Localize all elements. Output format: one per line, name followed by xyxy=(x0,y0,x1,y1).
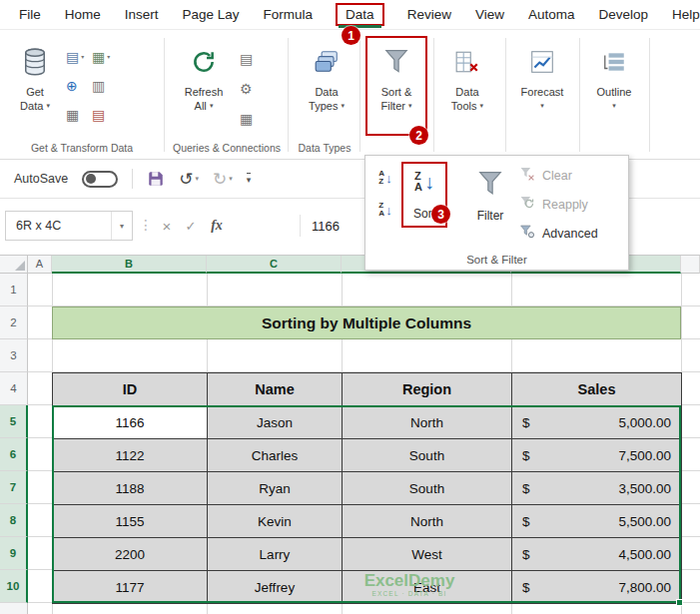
cell-e6[interactable]: $ 7,500.00 xyxy=(512,439,682,472)
ribbon-mini-button-9[interactable]: ▦ xyxy=(240,104,253,134)
outline-icon xyxy=(601,43,627,81)
cell-d6[interactable]: South xyxy=(343,439,512,472)
row-header-9[interactable]: 9 xyxy=(0,537,28,570)
ribbon-mini-button-1[interactable]: ▤▾ xyxy=(66,42,92,71)
column-header-a[interactable]: A xyxy=(28,256,52,274)
row-header-5[interactable]: 5 xyxy=(0,405,28,438)
ribbon-mini-button-5[interactable]: ▦ xyxy=(66,100,92,129)
sort-za-icon[interactable]: ZA ↓ xyxy=(371,197,399,223)
ribbon-mini-button-7[interactable]: ▤ xyxy=(240,44,253,74)
save-button[interactable] xyxy=(147,170,165,188)
ribbon-mini-button-6[interactable]: ▤ xyxy=(92,100,118,129)
fx-icon[interactable]: fx xyxy=(206,211,228,241)
enter-icon[interactable]: ✓ xyxy=(180,211,202,241)
refresh-all-button[interactable]: Refresh All ▾ xyxy=(176,38,232,140)
cell-d7[interactable]: South xyxy=(343,472,512,505)
currency-symbol: $ xyxy=(522,481,530,496)
column-header-c[interactable]: C xyxy=(207,256,342,274)
cell-c5[interactable]: Jason xyxy=(208,406,343,439)
cell-b6[interactable]: 1122 xyxy=(53,439,208,472)
cell-e10[interactable]: $ 7,800.00 xyxy=(512,571,682,604)
row-header-8[interactable]: 8 xyxy=(0,504,28,537)
row-header-3[interactable]: 3 xyxy=(0,339,28,372)
cell-c9[interactable]: Larry xyxy=(208,538,343,571)
undo-button[interactable]: ↺▾ xyxy=(179,169,199,190)
row-header-2[interactable]: 2 xyxy=(0,307,28,339)
column-header-b[interactable]: B xyxy=(52,256,207,274)
menu-data[interactable]: Data xyxy=(336,3,384,26)
menu-insert[interactable]: Insert xyxy=(124,4,160,25)
ribbon-mini-button-2[interactable]: ▦▾ xyxy=(92,42,118,71)
menu-view[interactable]: View xyxy=(474,4,505,25)
cell-b9[interactable]: 2200 xyxy=(53,538,208,571)
ribbon-divider xyxy=(579,38,580,152)
name-box-dropdown-icon[interactable]: ▾ xyxy=(111,212,132,240)
menu-developer[interactable]: Develop xyxy=(597,4,649,25)
menu-home[interactable]: Home xyxy=(64,4,102,25)
cell-d8[interactable]: North xyxy=(343,505,512,538)
get-data-button[interactable]: Get Data ▾ xyxy=(8,38,62,140)
row-header-7[interactable]: 7 xyxy=(0,471,28,504)
sort-az-icon[interactable]: AZ ↓ xyxy=(371,165,399,191)
cell-b8[interactable]: 1155 xyxy=(53,505,208,538)
name-box[interactable]: 6R x 4C ▾ xyxy=(5,211,133,241)
row-header-11[interactable] xyxy=(0,603,28,614)
column-header-f[interactable] xyxy=(681,256,700,274)
row-header-10[interactable]: 10 xyxy=(0,570,28,603)
table-header-region[interactable]: Region xyxy=(343,373,512,406)
cell-b7[interactable]: 1188 xyxy=(53,472,208,505)
data-types-button[interactable]: Data Types ▾ xyxy=(298,38,355,140)
cell-e9[interactable]: $ 4,500.00 xyxy=(512,538,682,571)
menu-file[interactable]: File xyxy=(18,4,42,25)
sort-filter-button[interactable]: Sort & Filter ▾ xyxy=(365,36,427,136)
advanced-menu-item[interactable]: Advanced xyxy=(517,219,625,248)
filter-button[interactable]: Filter xyxy=(467,162,513,228)
cell-c6[interactable]: Charles xyxy=(208,439,343,472)
cell-c10[interactable]: Jeffrey xyxy=(208,571,343,604)
data-tools-button[interactable]: Data Tools ▾ xyxy=(437,38,497,140)
cell-b5-active[interactable]: 1166 xyxy=(53,406,208,439)
sheet-title-cell[interactable]: Sorting by Multiple Columns xyxy=(52,307,681,339)
reapply-menu-item[interactable]: Reapply xyxy=(517,190,625,219)
menu-help[interactable]: Help xyxy=(671,4,700,25)
menu-data-label: Data xyxy=(346,7,374,22)
menu-formulas[interactable]: Formula xyxy=(263,4,315,25)
group-label-data-types: Data Types xyxy=(290,142,359,154)
clear-menu-item[interactable]: Clear xyxy=(517,161,625,190)
table-header-id[interactable]: ID xyxy=(53,373,208,406)
customize-qat-button[interactable]: ▾ xyxy=(247,173,252,185)
ribbon-mini-button-4[interactable]: ▥ xyxy=(92,71,118,100)
menu-automate[interactable]: Automa xyxy=(527,4,576,25)
formula-input[interactable]: 1166 xyxy=(312,211,340,241)
cell-c8[interactable]: Kevin xyxy=(208,505,343,538)
cell-b10[interactable]: 1177 xyxy=(53,571,208,604)
gear-icon: ⚙ xyxy=(240,82,253,96)
more-icon: ⋮ xyxy=(139,217,153,233)
name-box-value: 6R x 4C xyxy=(6,219,111,233)
table-header-sales[interactable]: Sales xyxy=(512,373,682,406)
ribbon-mini-button-8[interactable]: ⚙ xyxy=(240,74,253,104)
cell-d9[interactable]: West xyxy=(343,538,512,571)
cell-d5[interactable]: North xyxy=(343,406,512,439)
cancel-icon[interactable]: × xyxy=(156,211,178,241)
outline-button[interactable]: Outline ▾ xyxy=(585,38,643,140)
row-header-4[interactable]: 4 xyxy=(0,372,28,405)
menu-review[interactable]: Review xyxy=(406,4,452,25)
cell-e7[interactable]: $ 3,500.00 xyxy=(512,472,682,505)
cell-e8[interactable]: $ 5,500.00 xyxy=(512,505,682,538)
ribbon-divider xyxy=(649,38,650,152)
forecast-button[interactable]: Forecast ▾ xyxy=(511,38,573,140)
select-all-corner[interactable] xyxy=(0,256,28,274)
sort-button[interactable]: ZA ↓ Sort xyxy=(401,162,447,228)
ribbon-mini-button-3[interactable]: ⊕ xyxy=(66,71,92,100)
menu-page-layout[interactable]: Page Lay xyxy=(182,4,241,25)
redo-button[interactable]: ↻▾ xyxy=(213,169,233,190)
row-header-6[interactable]: 6 xyxy=(0,438,28,471)
cell-e5[interactable]: $ 5,000.00 xyxy=(512,406,682,439)
table-header-name[interactable]: Name xyxy=(208,373,343,406)
row-header-1[interactable]: 1 xyxy=(0,274,28,307)
cell-c7[interactable]: Ryan xyxy=(208,472,343,505)
fill-handle[interactable] xyxy=(676,599,683,606)
cell-d10[interactable]: East xyxy=(343,571,512,604)
autosave-toggle[interactable] xyxy=(82,171,118,188)
